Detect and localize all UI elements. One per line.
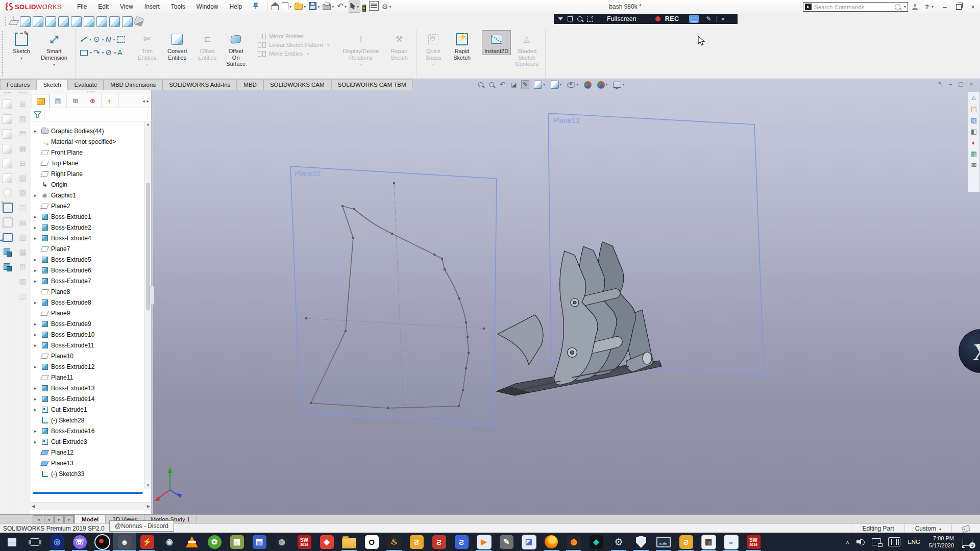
tree-item-boss-extrude7[interactable]: ▸Boss-Extrude7 xyxy=(31,276,145,286)
toolbar-grip[interactable] xyxy=(4,16,7,27)
panel-tabs-left-icon[interactable]: ◂ xyxy=(142,98,145,104)
taskbar-vlc[interactable] xyxy=(181,533,203,551)
expand-arrow-icon[interactable]: ▸ xyxy=(34,225,41,230)
taskbar-settings[interactable]: ⚙ xyxy=(607,533,630,551)
new-document-button[interactable]: ▾ xyxy=(281,1,292,13)
panel-tabs-right-icon[interactable]: ▸ xyxy=(146,98,149,104)
taskbar-screen-recorder[interactable] xyxy=(91,533,113,551)
tree-item-boss-extrude11[interactable]: ▸Boss-Extrude11 xyxy=(31,340,145,350)
display-delete-relations-button[interactable]: ⊥ Display/Delete Relations ▾ xyxy=(337,30,385,69)
tree-item-plane11[interactable]: Plane11 xyxy=(31,372,145,383)
expand-arrow-icon[interactable]: ▸ xyxy=(34,429,41,434)
taskbar-tracen[interactable]: ◎ xyxy=(46,533,68,551)
linear-pattern-caret-icon[interactable]: ▾ xyxy=(327,43,329,47)
taskbar-obsidian[interactable]: O xyxy=(360,533,383,551)
align-toolbar-icon-7[interactable]: ▨ xyxy=(18,188,28,198)
rebuild-button[interactable] xyxy=(361,0,367,13)
tree-item-plane2[interactable]: Plane2 xyxy=(31,201,145,211)
zoom-area-button[interactable] xyxy=(488,82,495,88)
open-caret-icon[interactable]: ▾ xyxy=(304,5,306,9)
apply-scene-button[interactable]: ▾ xyxy=(596,81,609,89)
recorder-window-mode-icon[interactable] xyxy=(568,16,573,21)
home-button[interactable] xyxy=(271,2,280,12)
recorder-region-icon[interactable] xyxy=(587,16,593,22)
toolbar-layers-icon[interactable] xyxy=(3,262,13,272)
panel-horizontal-scrollbar[interactable]: ◀ ▶ xyxy=(31,502,151,510)
panel-splitter-handle[interactable] xyxy=(150,286,155,305)
tab-solidworks-add-ins[interactable]: SOLIDWORKS Add-Ins xyxy=(162,79,237,90)
view-settings-caret-icon[interactable]: ▾ xyxy=(622,83,624,87)
new-document-caret-icon[interactable]: ▾ xyxy=(289,5,291,9)
hide-show-items-button[interactable]: ▾ xyxy=(566,82,579,88)
align-toolbar-icon-3[interactable]: ▤ xyxy=(18,129,28,139)
network-icon[interactable] xyxy=(869,533,884,551)
view-orientation-7[interactable] xyxy=(96,16,107,27)
previous-tab-button[interactable]: ◂ xyxy=(44,515,54,523)
taskbar-steam[interactable]: ◉ xyxy=(158,533,181,551)
recorder-close-icon[interactable]: × xyxy=(721,15,725,23)
sketch33-profile[interactable] xyxy=(305,182,485,414)
recorder-zoom-icon[interactable] xyxy=(577,16,582,21)
tree-item-plane13[interactable]: Plane13 xyxy=(31,458,145,468)
align-toolbar-icon-14[interactable]: ◫ xyxy=(18,291,28,302)
taskbar-media-player[interactable]: ▶ xyxy=(473,533,495,551)
search-caret-icon[interactable]: ▾ xyxy=(904,5,906,9)
taskbar-calculator[interactable]: ▦ xyxy=(697,533,720,551)
undo-button[interactable]: ↶▾ xyxy=(336,2,348,11)
volume-icon[interactable] xyxy=(854,533,867,551)
search-launch-icon[interactable]: ▸ xyxy=(805,4,812,10)
view-orientation-1[interactable] xyxy=(20,16,31,27)
view-orientation-4[interactable] xyxy=(58,16,69,27)
task-pane-custom-properties-icon[interactable]: ▦ xyxy=(971,151,977,158)
expand-arrow-icon[interactable]: ▸ xyxy=(34,214,41,219)
edit-appearance-button[interactable] xyxy=(583,81,593,89)
overlay-widget[interactable]: X xyxy=(959,329,980,373)
search-commands-box[interactable]: ▸ Search Commands ▾ xyxy=(803,2,908,12)
view-orientation-8[interactable] xyxy=(109,16,120,27)
tree-item-boss-extrude4[interactable]: ▸Boss-Extrude4 xyxy=(31,233,145,243)
notification-center-button[interactable]: 3 xyxy=(960,533,978,551)
zoom-fit-button[interactable] xyxy=(477,82,484,88)
pin-menu-icon[interactable] xyxy=(253,3,259,11)
align-toolbar-icon-4[interactable]: ▦ xyxy=(18,143,28,154)
task-pane-file-explorer-icon[interactable]: ▧ xyxy=(971,117,977,124)
expand-arrow-icon[interactable]: ▸ xyxy=(34,396,41,402)
tree-item-material-not-specified-[interactable]: ≡Material <not specified> xyxy=(31,136,145,147)
align-toolbar-icon-8[interactable]: ◫ xyxy=(18,203,28,213)
dimxpertmanager-tab[interactable]: ⊕ xyxy=(84,94,102,108)
smart-dimension-caret-icon[interactable]: ▾ xyxy=(53,62,55,68)
view-settings-button[interactable]: ▾ xyxy=(612,81,625,88)
expand-arrow-icon[interactable]: ▸ xyxy=(34,279,41,284)
taskbar-viber[interactable]: ☏ xyxy=(68,533,91,551)
part-model[interactable] xyxy=(497,242,662,395)
previous-view-button[interactable]: ↶ xyxy=(499,82,506,88)
taskbar-resource-monitor[interactable] xyxy=(652,533,675,551)
tree-item-plane10[interactable]: Plane10 xyxy=(31,350,145,361)
smart-dimension-button[interactable]: ⤢ Smart Dimension ▾ xyxy=(36,30,72,69)
toolbar-sketch-new-icon[interactable] xyxy=(3,203,13,213)
tree-item-graphic1[interactable]: ▸◉Graphic1 xyxy=(31,190,145,201)
tree-item-cut-extrude1[interactable]: ▸Cut-Extrude1 xyxy=(31,404,145,415)
configurationmanager-tab[interactable]: ⊞ xyxy=(67,94,84,108)
align-toolbar-icon-5[interactable]: ⊟ xyxy=(18,158,28,168)
expand-arrow-icon[interactable]: ▸ xyxy=(34,439,41,444)
tree-scrollbar[interactable]: ▲ ▼ xyxy=(144,121,151,489)
scroll-right-icon[interactable]: ▶ xyxy=(147,504,150,509)
taskbar-film-tool[interactable]: ▤ xyxy=(248,533,271,551)
taskbar-s-app-blue[interactable]: Ƨ xyxy=(450,533,473,551)
filter-funnel-icon[interactable] xyxy=(34,111,41,118)
toolbar-cube-icon[interactable] xyxy=(3,129,13,139)
rapid-sketch-button[interactable]: Rapid Sketch xyxy=(448,30,476,61)
rollback-bar[interactable] xyxy=(33,492,143,494)
search-input[interactable]: Search Commands xyxy=(814,4,892,10)
recorder-mode-label[interactable]: Fullscreen xyxy=(607,15,636,22)
tree-item-top-plane[interactable]: Top Plane xyxy=(31,158,145,168)
plane12-boundary[interactable] xyxy=(290,166,497,425)
move-entities-button[interactable]: Move Entities ▾ xyxy=(258,51,329,57)
doc-tab-model[interactable]: Model xyxy=(75,515,106,524)
taskbar-file-explorer[interactable] xyxy=(338,533,360,551)
menu-help[interactable]: Help xyxy=(224,1,248,13)
menu-edit[interactable]: Edit xyxy=(92,1,114,13)
menu-window[interactable]: Window xyxy=(191,1,224,13)
sketch-visibility-button[interactable]: ✎ xyxy=(521,80,529,89)
